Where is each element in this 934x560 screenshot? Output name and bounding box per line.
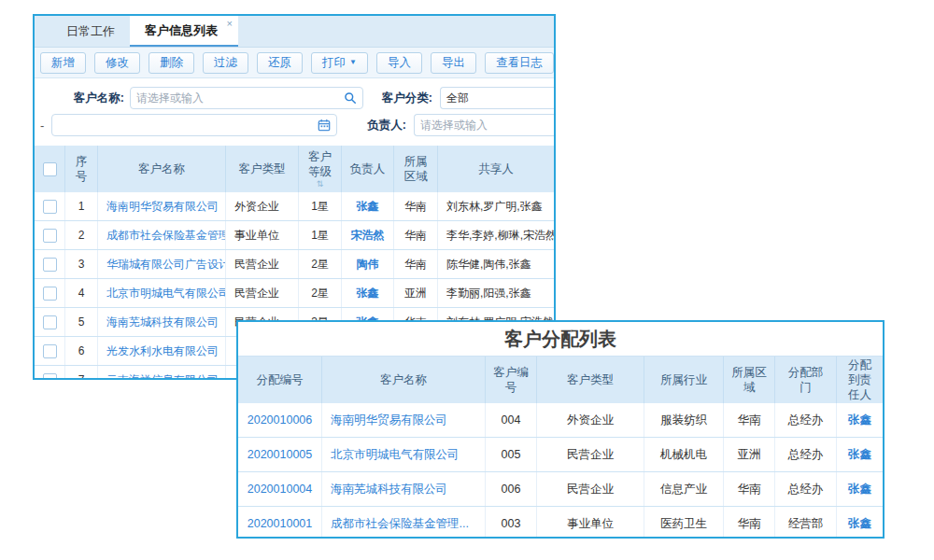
col-header-customer-name: 客户名称 (98, 146, 226, 192)
allocation-id-link[interactable]: 2020010006 (238, 403, 322, 437)
filter-button[interactable]: 过滤 (203, 52, 248, 74)
allocation-id-link[interactable]: 2020010001 (238, 507, 322, 539)
toolbar: 新增 修改 删除 过滤 还原 打印 ▼ 导入 导出 查看日志 (35, 48, 554, 78)
owner-label: 负责人: (341, 118, 406, 133)
customer-name-link[interactable]: 光发水利水电有限公司 (98, 337, 226, 365)
table-row[interactable]: 2020010006 海南明华贸易有限公司 004 外资企业 服装纺织 华南 总… (238, 403, 883, 438)
col-header-customer-no: 客户编号 (486, 357, 537, 403)
col-header-assignee: 分配到责任人 (837, 357, 883, 403)
restore-button[interactable]: 还原 (257, 52, 303, 74)
col-header-owner: 负责人 (342, 146, 394, 192)
close-icon[interactable]: × (227, 19, 233, 29)
col-header-dept: 分配部门 (775, 357, 837, 403)
assignee-link[interactable]: 张鑫 (837, 472, 883, 506)
tab-customer-info-list-label: 客户信息列表 (145, 22, 218, 39)
customer-name-input[interactable]: 请选择或输入 (130, 87, 363, 109)
table-row[interactable]: 2020010001 成都市社会保险基金管理... 003 事业单位 医药卫生 … (238, 507, 883, 539)
sort-icon[interactable]: ⇅ (317, 180, 324, 189)
export-button[interactable]: 导出 (431, 52, 476, 74)
col-header-customer-type: 客户类型 (226, 146, 299, 192)
col-header-no: 序号 (65, 146, 98, 192)
row-checkbox[interactable] (43, 200, 57, 214)
view-log-button[interactable]: 查看日志 (485, 52, 554, 74)
import-button[interactable]: 导入 (376, 52, 422, 74)
tab-daily-work-label: 日常工作 (66, 23, 115, 40)
allocation-id-link[interactable]: 2020010004 (238, 472, 322, 506)
customer-allocation-window: 客户分配列表 分配编号 客户名称 客户编号 客户类型 所属行业 所属区域 分配部… (236, 320, 884, 539)
customer-name-link[interactable]: 成都市社会保险基金管理... (322, 507, 486, 539)
allocation-list-title: 客户分配列表 (238, 322, 883, 357)
tab-bar: 日常工作 客户信息列表 × (35, 16, 554, 48)
table-row[interactable]: 2 成都市社会保险基金管理... 事业单位 1星 宋浩然 华南 李华,李婷,柳琳… (35, 221, 554, 250)
owner-link[interactable]: 张鑫 (342, 192, 394, 220)
customer-table-header: 序号 客户名称 客户类型 客户等级 ⇅ 负责人 所属区域 共享人 (35, 146, 554, 192)
chevron-down-icon: ▼ (349, 58, 357, 67)
table-row[interactable]: 2020010004 海南芜城科技有限公司 006 民营企业 信息产业 华南 总… (238, 472, 883, 507)
table-row[interactable]: 3 华瑞城有限公司广告设计部 民营企业 2星 陶伟 华南 陈华健,陶伟,张鑫 (35, 250, 554, 279)
col-header-shared: 共享人 (438, 146, 554, 192)
owner-link[interactable]: 张鑫 (342, 279, 394, 307)
customer-name-link[interactable]: 云南海祥信息有限公司 (98, 366, 226, 380)
date-input[interactable] (51, 114, 337, 136)
row-checkbox[interactable] (43, 344, 57, 358)
select-all-checkbox[interactable] (43, 162, 57, 176)
customer-category-label: 客户分类: (367, 91, 432, 106)
col-header-region: 所属区域 (394, 146, 438, 192)
customer-name-link[interactable]: 海南芜城科技有限公司 (322, 472, 486, 506)
customer-name-link[interactable]: 华瑞城有限公司广告设计部 (98, 250, 226, 278)
owner-input[interactable]: 请选择或输入 (414, 114, 556, 136)
assignee-link[interactable]: 张鑫 (837, 438, 883, 471)
col-header-allocation-id: 分配编号 (238, 357, 322, 403)
col-header-industry: 所属行业 (644, 357, 724, 403)
search-area: 客户名称: 请选择或输入 客户分类: 全部 - 负责人: 请选择 (35, 78, 554, 146)
col-header-customer-name: 客户名称 (322, 357, 486, 403)
customer-name-link[interactable]: 成都市社会保险基金管理... (98, 221, 226, 249)
col-header-region: 所属区域 (724, 357, 775, 403)
allocation-table-header: 分配编号 客户名称 客户编号 客户类型 所属行业 所属区域 分配部门 分配到责任… (238, 357, 883, 403)
allocation-id-link[interactable]: 2020010005 (238, 438, 322, 471)
customer-name-link[interactable]: 海南明华贸易有限公司 (322, 403, 486, 437)
customer-name-label: 客户名称: (57, 91, 124, 106)
select-all-cell (35, 146, 65, 192)
row-checkbox[interactable] (43, 373, 57, 381)
row-checkbox[interactable] (43, 287, 57, 301)
print-button[interactable]: 打印 ▼ (311, 52, 368, 74)
owner-link[interactable]: 陶伟 (342, 250, 394, 278)
row-checkbox[interactable] (43, 258, 57, 272)
customer-name-link[interactable]: 海南明华贸易有限公司 (98, 192, 226, 220)
search-icon[interactable] (344, 91, 357, 105)
customer-name-link[interactable]: 北京市明城电气有限公司 (98, 279, 226, 307)
date-range-separator: - (40, 119, 51, 133)
col-header-customer-level[interactable]: 客户等级 ⇅ (299, 146, 342, 192)
tab-customer-info-list[interactable]: 客户信息列表 × (130, 16, 238, 47)
add-button[interactable]: 新增 (40, 52, 86, 74)
assignee-link[interactable]: 张鑫 (837, 403, 883, 437)
row-checkbox[interactable] (43, 315, 57, 329)
customer-name-link[interactable]: 海南芜城科技有限公司 (98, 308, 226, 336)
table-row[interactable]: 1 海南明华贸易有限公司 外资企业 1星 张鑫 华南 刘东林,罗广明,张鑫 (35, 192, 554, 221)
delete-button[interactable]: 删除 (149, 52, 194, 74)
row-checkbox[interactable] (43, 229, 57, 243)
col-header-customer-type: 客户类型 (537, 357, 644, 403)
table-row[interactable]: 4 北京市明城电气有限公司 民营企业 2星 张鑫 亚洲 李勤丽,阳强,张鑫 (35, 279, 554, 308)
edit-button[interactable]: 修改 (94, 52, 140, 74)
owner-link[interactable]: 宋浩然 (342, 221, 394, 249)
assignee-link[interactable]: 张鑫 (837, 507, 883, 539)
calendar-icon[interactable] (318, 119, 331, 132)
customer-name-link[interactable]: 北京市明城电气有限公司 (322, 438, 486, 471)
tab-daily-work[interactable]: 日常工作 (51, 16, 130, 47)
table-row[interactable]: 2020010005 北京市明城电气有限公司 005 民营企业 机械机电 亚洲 … (238, 438, 883, 472)
customer-category-select[interactable]: 全部 (440, 87, 556, 109)
